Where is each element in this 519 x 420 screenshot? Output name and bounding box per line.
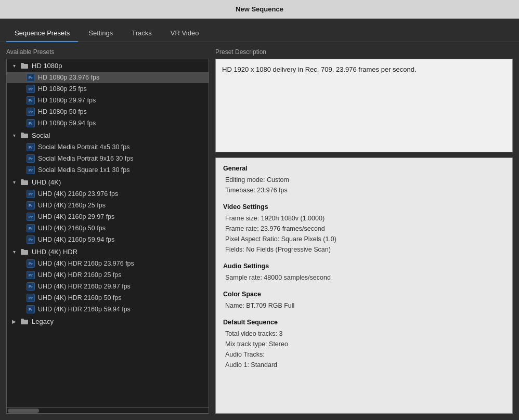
pr-icon-17: Pr: [27, 305, 35, 313]
chevron-social: ▾: [11, 133, 17, 138]
group-legacy-label: Legacy: [32, 318, 54, 325]
details-timebase: Timebase: 23.976 fps: [223, 185, 505, 195]
left-panel: Available Presets ▾ HD 1080p Pr HD 1080p…: [6, 48, 209, 414]
pr-icon-11: Pr: [27, 224, 35, 232]
preset-social-portrait-4x5[interactable]: Pr Social Media Portrait 4x5 30 fps: [7, 141, 209, 153]
preset-hd-1080p-2997[interactable]: Pr HD 1080p 29.97 fps: [7, 95, 209, 106]
details-sample-rate: Sample rate: 48000 samples/second: [223, 272, 505, 283]
pr-icon-10: Pr: [27, 213, 35, 221]
details-mix-track-type: Mix track type: Stereo: [223, 339, 505, 349]
preset-uhd-4k-hdr-25-label: UHD (4K) HDR 2160p 25 fps: [38, 271, 121, 279]
details-color-name: Name: BT.709 RGB Full: [223, 300, 505, 311]
preset-hd-1080p-23976[interactable]: Pr HD 1080p 23.976 fps: [7, 72, 209, 83]
details-video-settings-title: Video Settings: [223, 202, 505, 212]
preset-uhd-4k-23976[interactable]: Pr UHD (4K) 2160p 23.976 fps: [7, 188, 209, 200]
pr-icon-12: Pr: [27, 235, 35, 244]
available-presets-label: Available Presets: [6, 48, 209, 56]
preset-uhd-4k-5994[interactable]: Pr UHD (4K) 2160p 59.94 fps: [7, 234, 209, 245]
pr-icon-15: Pr: [27, 282, 35, 291]
details-pixel-aspect: Pixel Aspect Ratio: Square Pixels (1.0): [223, 234, 505, 244]
group-uhd-4k[interactable]: ▾ UHD (4K): [7, 176, 209, 188]
description-text: HD 1920 x 1080 delivery in Rec. 709. 23.…: [222, 65, 417, 73]
group-hd-1080p[interactable]: ▾ HD 1080p: [7, 59, 209, 72]
details-audio-tracks: Audio Tracks:: [223, 349, 505, 360]
preset-uhd-4k-hdr-25[interactable]: Pr UHD (4K) HDR 2160p 25 fps: [7, 269, 209, 281]
pr-icon-9: Pr: [27, 201, 35, 209]
folder-social-icon: [20, 131, 29, 139]
details-frame-rate: Frame rate: 23.976 frames/second: [223, 224, 505, 234]
group-social[interactable]: ▾ Social: [7, 129, 209, 141]
preset-uhd-4k-25[interactable]: Pr UHD (4K) 2160p 25 fps: [7, 200, 209, 211]
pr-icon-6: Pr: [27, 154, 35, 163]
preset-tree[interactable]: ▾ HD 1080p Pr HD 1080p 23.976 fps Pr HD …: [6, 59, 209, 408]
details-editing-mode: Editing mode: Custom: [223, 175, 505, 185]
preset-uhd-4k-25-label: UHD (4K) 2160p 25 fps: [38, 202, 106, 209]
folder-uhd-4k-icon: [20, 178, 29, 186]
preset-hd-1080p-50-label: HD 1080p 50 fps: [38, 108, 87, 115]
content-area: Available Presets ▾ HD 1080p Pr HD 1080p…: [0, 42, 519, 420]
pr-icon-7: Pr: [27, 166, 35, 174]
group-uhd-4k-label: UHD (4K): [32, 178, 61, 186]
group-hd-1080p-label: HD 1080p: [32, 62, 62, 70]
details-audio-settings-title: Audio Settings: [223, 261, 505, 271]
pr-icon-5: Pr: [27, 143, 35, 151]
pr-icon-14: Pr: [27, 271, 35, 279]
pr-icon-1: Pr: [27, 85, 35, 93]
pr-icon-13: Pr: [27, 259, 35, 268]
pr-icon-3: Pr: [27, 108, 35, 116]
tab-settings[interactable]: Settings: [80, 25, 121, 42]
tabs-bar: Sequence Presets Settings Tracks VR Vide…: [0, 19, 519, 42]
preset-social-portrait-4x5-label: Social Media Portrait 4x5 30 fps: [38, 143, 129, 151]
preset-uhd-4k-5994-label: UHD (4K) 2160p 59.94 fps: [38, 236, 114, 243]
preset-social-square-label: Social Media Square 1x1 30 fps: [38, 166, 130, 174]
chevron-uhd-4k: ▾: [11, 179, 17, 185]
pr-icon-0: Pr: [27, 73, 35, 82]
preset-uhd-4k-2997[interactable]: Pr UHD (4K) 2160p 29.97 fps: [7, 211, 209, 222]
preset-hd-1080p-50[interactable]: Pr HD 1080p 50 fps: [7, 106, 209, 117]
group-social-label: Social: [32, 132, 50, 139]
group-uhd-4k-hdr[interactable]: ▾ UHD (4K) HDR: [7, 245, 209, 258]
chevron-hd-1080p: ▾: [11, 63, 17, 69]
preset-uhd-4k-23976-label: UHD (4K) 2160p 23.976 fps: [38, 190, 118, 198]
folder-uhd-4k-hdr-icon: [20, 247, 29, 256]
chevron-legacy: ▶: [11, 319, 17, 324]
preset-uhd-4k-hdr-2997[interactable]: Pr UHD (4K) HDR 2160p 29.97 fps: [7, 281, 209, 292]
tab-vr-video[interactable]: VR Video: [162, 25, 207, 42]
preset-uhd-4k-hdr-23976[interactable]: Pr UHD (4K) HDR 2160p 23.976 fps: [7, 258, 209, 269]
details-fields: Fields: No Fields (Progressive Scan): [223, 244, 505, 255]
details-audio-1: Audio 1: Standard: [223, 360, 505, 370]
details-total-video-tracks: Total video tracks: 3: [223, 329, 505, 339]
details-frame-size: Frame size: 1920h 1080v (1.0000): [223, 213, 505, 224]
preset-uhd-4k-50[interactable]: Pr UHD (4K) 2160p 50 fps: [7, 222, 209, 234]
preset-uhd-4k-hdr-50[interactable]: Pr UHD (4K) HDR 2160p 50 fps: [7, 292, 209, 304]
preset-uhd-4k-hdr-50-label: UHD (4K) HDR 2160p 50 fps: [38, 294, 121, 301]
horizontal-scrollbar[interactable]: [6, 408, 209, 414]
preset-description-section: Preset Description HD 1920 x 1080 delive…: [215, 48, 513, 152]
preset-social-portrait-9x16[interactable]: Pr Social Media Portrait 9x16 30 fps: [7, 153, 209, 164]
preset-uhd-4k-hdr-5994[interactable]: Pr UHD (4K) HDR 2160p 59.94 fps: [7, 304, 209, 315]
preset-hd-1080p-5994[interactable]: Pr HD 1080p 59.94 fps: [7, 117, 209, 129]
preset-description-label: Preset Description: [215, 48, 513, 56]
details-box: General Editing mode: Custom Timebase: 2…: [215, 158, 513, 414]
tab-sequence-presets[interactable]: Sequence Presets: [6, 25, 78, 42]
horizontal-scroll-thumb[interactable]: [8, 409, 39, 413]
details-color-space-title: Color Space: [223, 289, 505, 299]
group-legacy[interactable]: ▶ Legacy: [7, 315, 209, 327]
tab-tracks[interactable]: Tracks: [123, 25, 160, 42]
pr-icon-16: Pr: [27, 294, 35, 302]
pr-icon-8: Pr: [27, 190, 35, 198]
folder-legacy-icon: [20, 317, 29, 325]
details-default-sequence-title: Default Sequence: [223, 317, 505, 327]
description-box: HD 1920 x 1080 delivery in Rec. 709. 23.…: [215, 59, 513, 152]
group-uhd-4k-hdr-label: UHD (4K) HDR: [32, 248, 77, 256]
title-bar: New Sequence: [0, 0, 519, 19]
details-general-title: General: [223, 163, 505, 174]
preset-hd-1080p-25[interactable]: Pr HD 1080p 25 fps: [7, 83, 209, 95]
preset-social-square[interactable]: Pr Social Media Square 1x1 30 fps: [7, 164, 209, 176]
preset-hd-1080p-2997-label: HD 1080p 29.97 fps: [38, 97, 96, 104]
preset-uhd-4k-hdr-5994-label: UHD (4K) HDR 2160p 59.94 fps: [38, 306, 131, 313]
preset-uhd-4k-50-label: UHD (4K) 2160p 50 fps: [38, 225, 106, 232]
preset-hd-1080p-5994-label: HD 1080p 59.94 fps: [38, 120, 96, 127]
chevron-uhd-4k-hdr: ▾: [11, 249, 17, 255]
folder-hd-1080p-icon: [20, 61, 29, 70]
